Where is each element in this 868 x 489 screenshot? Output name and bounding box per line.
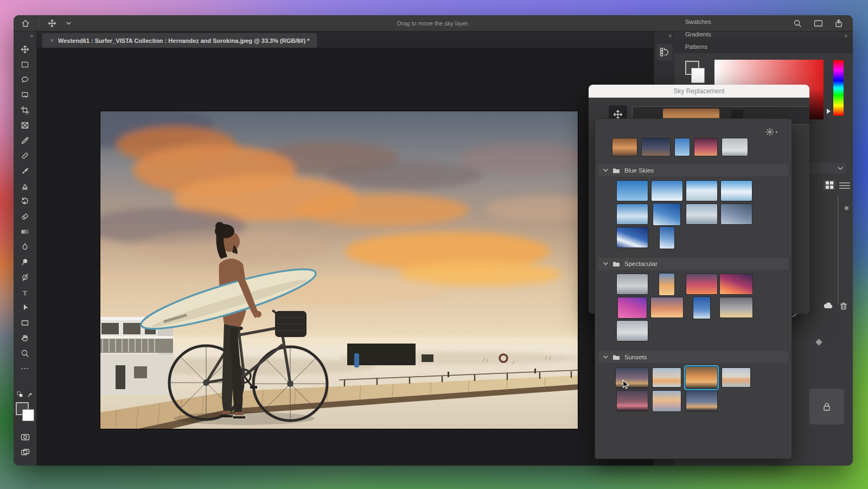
sky-group-header-blue-skies[interactable]: Blue Skies xyxy=(598,164,788,176)
search-icon[interactable] xyxy=(792,18,803,29)
sky-thumbnail[interactable] xyxy=(686,367,717,389)
canvas-area[interactable] xyxy=(37,48,654,466)
path-selection-tool[interactable] xyxy=(17,300,33,315)
history-panel-icon[interactable] xyxy=(656,44,673,60)
frame-tool[interactable] xyxy=(17,118,33,133)
dialog-titlebar[interactable]: Sky Replacement xyxy=(589,85,809,98)
edit-toolbar-icon[interactable] xyxy=(17,361,33,376)
layer-lock-tile[interactable] xyxy=(809,389,844,424)
canvas-photo[interactable] xyxy=(100,111,578,429)
background-color-swatch[interactable] xyxy=(22,409,34,421)
sky-thumbnail[interactable] xyxy=(659,274,674,295)
sky-thumbnail[interactable] xyxy=(642,138,670,156)
lasso-tool[interactable] xyxy=(17,72,33,87)
panel-dot xyxy=(845,206,848,210)
sky-thumbnail[interactable] xyxy=(721,181,752,201)
sky-thumbnail[interactable] xyxy=(616,367,648,388)
eyedropper-tool[interactable] xyxy=(17,133,33,148)
zoom-tool[interactable] xyxy=(17,346,33,361)
background-swatch[interactable] xyxy=(691,68,705,83)
sky-thumbnail[interactable] xyxy=(721,204,752,224)
healing-brush-tool[interactable] xyxy=(17,148,33,163)
folder-icon xyxy=(612,261,620,267)
document-tab-strip: × Westend61 : Surfer_VISTA Collection : … xyxy=(37,31,654,48)
sky-thumbnail[interactable] xyxy=(693,297,710,319)
dock-collapse-icon[interactable]: « xyxy=(654,31,674,43)
preset-size-dropdown[interactable] xyxy=(805,163,846,174)
hue-slider-marker[interactable] xyxy=(827,109,831,114)
move-tool[interactable] xyxy=(17,42,33,57)
close-tab-icon[interactable]: × xyxy=(50,37,54,45)
desktop-wallpaper: Drag to move the sky layer. × Westend61 … xyxy=(0,0,868,489)
sky-thumbnail[interactable] xyxy=(686,391,717,411)
screen-mode-icon[interactable] xyxy=(813,18,824,29)
sky-thumbnail[interactable] xyxy=(722,138,748,156)
panel-expand-icon[interactable]: » xyxy=(844,33,847,39)
tools-panel: » T xyxy=(14,31,37,466)
grid-view-icon[interactable] xyxy=(824,180,835,190)
object-selection-tool[interactable] xyxy=(17,87,33,103)
list-view-icon[interactable] xyxy=(839,181,850,190)
color-panel-swatches[interactable] xyxy=(685,61,705,85)
panel-scrollbar[interactable] xyxy=(838,195,839,304)
swap-colors-icon[interactable] xyxy=(27,390,33,400)
foreground-background-swatches[interactable] xyxy=(16,402,34,422)
history-brush-tool[interactable] xyxy=(17,194,33,209)
gradient-tool[interactable] xyxy=(17,224,33,239)
sky-thumbnail[interactable] xyxy=(722,368,750,387)
sky-thumbnail[interactable] xyxy=(652,181,682,201)
clone-stamp-tool[interactable] xyxy=(17,179,33,194)
sky-thumbnail[interactable] xyxy=(617,204,648,224)
sky-thumbnail[interactable] xyxy=(686,204,717,224)
sky-thumbnail[interactable] xyxy=(617,274,648,294)
sky-thumbnail[interactable] xyxy=(675,138,690,156)
hue-slider[interactable] xyxy=(833,60,844,116)
sky-group-header-sunsets[interactable]: Sunsets xyxy=(598,351,788,363)
trash-icon[interactable] xyxy=(839,301,848,312)
rectangular-marquee-tool[interactable] xyxy=(17,57,33,72)
sky-thumbnail[interactable] xyxy=(617,181,648,201)
sky-thumbnail[interactable] xyxy=(720,274,752,294)
sky-thumbnail[interactable] xyxy=(653,204,680,225)
chevron-down-icon[interactable] xyxy=(63,18,74,29)
default-colors-icon[interactable] xyxy=(17,390,23,400)
share-icon[interactable] xyxy=(833,18,844,29)
toolbar-expand-icon[interactable]: » xyxy=(14,31,36,42)
sky-thumbnail[interactable] xyxy=(651,297,683,317)
blur-tool[interactable] xyxy=(17,239,33,255)
sky-group-header-spectacular[interactable]: Spectacular xyxy=(598,258,788,270)
panel-tab[interactable]: Gradients xyxy=(679,28,718,41)
home-icon[interactable] xyxy=(20,18,31,29)
rectangle-tool[interactable] xyxy=(17,315,33,331)
sky-thumbnail[interactable] xyxy=(617,227,648,247)
sky-thumbnail[interactable] xyxy=(660,227,674,249)
panel-tab[interactable]: Patterns xyxy=(679,41,718,53)
options-bar-hint: Drag to move the sky layer. xyxy=(14,20,853,27)
panel-tab[interactable]: Swatches xyxy=(679,16,718,28)
sky-thumbnail[interactable] xyxy=(617,391,648,411)
recent-skies-row xyxy=(612,136,792,156)
crop-tool[interactable] xyxy=(17,103,33,118)
change-screen-mode-icon[interactable] xyxy=(17,444,33,460)
hand-tool[interactable] xyxy=(17,331,33,346)
sky-thumbnail[interactable] xyxy=(653,368,681,387)
options-separator xyxy=(39,18,39,28)
sky-thumbnail[interactable] xyxy=(612,138,637,156)
flyout-gear-button[interactable] xyxy=(765,128,777,136)
sky-thumbnail[interactable] xyxy=(686,274,717,294)
type-tool[interactable]: T xyxy=(17,285,33,300)
sky-thumbnail[interactable] xyxy=(686,181,717,201)
brush-tool[interactable] xyxy=(17,163,33,179)
move-tool-options-icon[interactable] xyxy=(47,18,58,29)
sky-thumbnail[interactable] xyxy=(720,297,752,317)
document-tab[interactable]: × Westend61 : Surfer_VISTA Collection : … xyxy=(42,33,317,48)
eraser-tool[interactable] xyxy=(17,209,33,224)
quick-mask-icon[interactable] xyxy=(17,429,33,444)
cloud-sync-icon[interactable] xyxy=(824,301,834,311)
sky-thumbnail[interactable] xyxy=(617,321,648,341)
sky-thumbnail[interactable] xyxy=(653,391,681,411)
pen-tool[interactable] xyxy=(17,270,33,285)
sky-thumbnail[interactable] xyxy=(694,138,717,156)
sky-thumbnail[interactable] xyxy=(618,297,647,318)
dodge-tool[interactable] xyxy=(17,255,33,270)
